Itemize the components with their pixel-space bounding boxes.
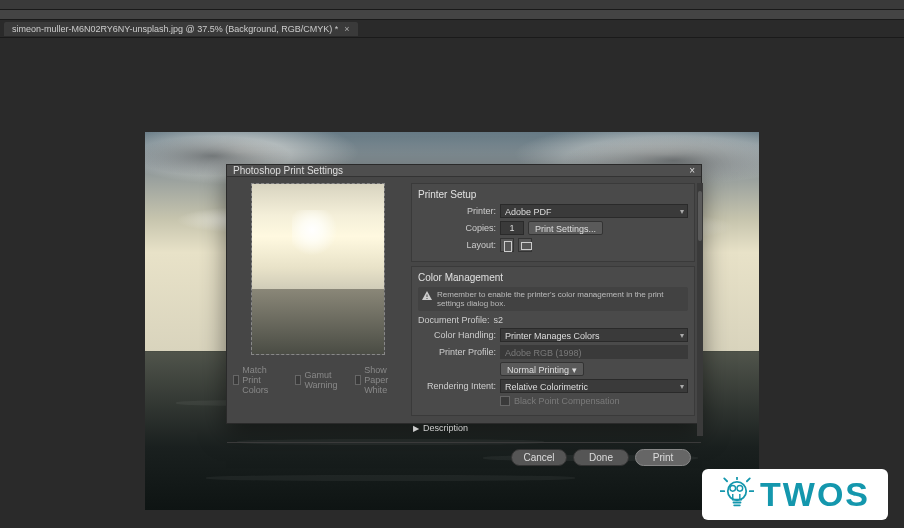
color-handling-select[interactable]: Printer Manages Colors ▾ — [500, 328, 688, 342]
printer-setup-group: Printer Setup Printer: Adobe PDF ▾ Copie… — [411, 183, 695, 262]
document-tab[interactable]: simeon-muller-M6N02RY6NY-unsplash.jpg @ … — [4, 22, 358, 36]
document-profile-label: Document Profile: — [418, 315, 490, 325]
match-print-colors-checkbox[interactable]: Match Print Colors — [233, 365, 281, 395]
print-preview-pane: Match Print Colors Gamut Warning Show Pa… — [233, 183, 403, 436]
description-section[interactable]: ▶ Description — [411, 420, 695, 436]
checkbox-icon — [500, 396, 510, 406]
rendering-intent-label: Rendering Intent: — [418, 381, 496, 391]
dialog-titlebar[interactable]: Photoshop Print Settings × — [227, 165, 701, 177]
options-bar[interactable] — [0, 10, 904, 20]
dialog-title: Photoshop Print Settings — [233, 165, 343, 176]
watermark: TWOS — [702, 469, 888, 520]
normal-printing-button[interactable]: Normal Printing ▾ — [500, 362, 584, 376]
color-management-group: Color Management Remember to enable the … — [411, 266, 695, 416]
svg-rect-0 — [427, 295, 428, 298]
checkbox-icon — [355, 375, 361, 385]
layout-label: Layout: — [418, 240, 496, 250]
rendering-intent-select[interactable]: Relative Colorimetric ▾ — [500, 379, 688, 393]
close-icon[interactable]: × — [689, 165, 695, 176]
lightbulb-icon — [720, 477, 754, 513]
printer-label: Printer: — [418, 206, 496, 216]
cancel-button[interactable]: Cancel — [511, 449, 567, 466]
checkbox-icon — [295, 375, 302, 385]
chevron-down-icon: ▾ — [680, 381, 684, 393]
document-tab-title: simeon-muller-M6N02RY6NY-unsplash.jpg @ … — [12, 24, 338, 34]
color-handling-label: Color Handling: — [418, 330, 496, 340]
group-title: Color Management — [418, 272, 688, 283]
chevron-down-icon: ▾ — [680, 330, 684, 342]
printer-select[interactable]: Adobe PDF ▾ — [500, 204, 688, 218]
gamut-warning-label: Gamut Warning — [304, 370, 341, 390]
warning-icon — [421, 290, 433, 302]
settings-pane: Printer Setup Printer: Adobe PDF ▾ Copie… — [411, 183, 695, 436]
gamut-warning-checkbox[interactable]: Gamut Warning — [295, 365, 341, 395]
description-label: Description — [423, 423, 468, 433]
orientation-portrait-icon[interactable] — [500, 238, 514, 252]
black-point-label: Black Point Compensation — [514, 396, 620, 406]
svg-point-2 — [728, 481, 746, 499]
menu-bar[interactable] — [0, 0, 904, 10]
printer-profile-label: Printer Profile: — [418, 347, 496, 357]
checkbox-icon — [233, 375, 239, 385]
watermark-text: TWOS — [760, 475, 870, 514]
settings-scrollbar[interactable] — [697, 183, 703, 436]
printer-profile-select: Adobe RGB (1998) — [500, 345, 688, 359]
svg-rect-1 — [427, 298, 428, 299]
print-button[interactable]: Print — [635, 449, 691, 466]
match-print-colors-label: Match Print Colors — [242, 365, 281, 395]
print-settings-button[interactable]: Print Settings... — [528, 221, 603, 235]
print-settings-dialog: Photoshop Print Settings × Match Print C… — [226, 164, 702, 424]
print-preview — [251, 183, 385, 355]
show-paper-white-checkbox[interactable]: Show Paper White — [355, 365, 403, 395]
chevron-right-icon: ▶ — [413, 424, 419, 433]
preview-options: Match Print Colors Gamut Warning Show Pa… — [233, 365, 403, 395]
svg-point-4 — [737, 485, 743, 491]
color-management-note: Remember to enable the printer's color m… — [418, 287, 688, 311]
document-tab-bar: simeon-muller-M6N02RY6NY-unsplash.jpg @ … — [0, 20, 904, 38]
note-text: Remember to enable the printer's color m… — [437, 290, 685, 308]
close-icon[interactable]: × — [344, 24, 349, 34]
document-profile-value: s2 — [494, 315, 504, 325]
copies-label: Copies: — [418, 223, 496, 233]
scrollbar-thumb[interactable] — [698, 191, 702, 241]
show-paper-white-label: Show Paper White — [364, 365, 403, 395]
copies-field[interactable]: 1 — [500, 221, 524, 235]
done-button[interactable]: Done — [573, 449, 629, 466]
dialog-button-row: Cancel Done Print — [227, 442, 701, 472]
chevron-down-icon: ▾ — [572, 365, 577, 375]
orientation-landscape-icon[interactable] — [518, 238, 532, 252]
svg-point-3 — [730, 485, 736, 491]
chevron-down-icon: ▾ — [680, 206, 684, 218]
group-title: Printer Setup — [418, 189, 688, 200]
workspace: Photoshop Print Settings × Match Print C… — [0, 38, 904, 528]
